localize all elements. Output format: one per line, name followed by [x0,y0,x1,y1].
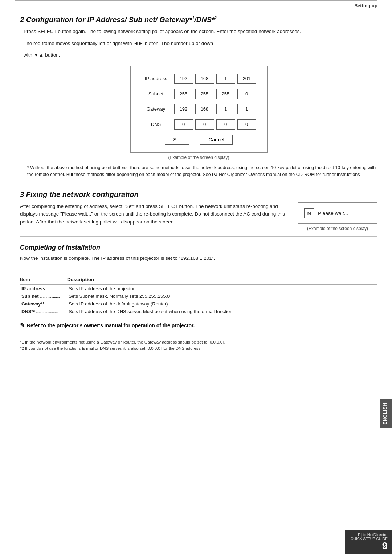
pallet-label-gateway: Gateway [142,106,171,112]
table-desc-ip: Sets IP address of the projector [67,285,377,293]
table-desc-subnet: Sets Subnet mask. Normally sets 255.255.… [67,292,377,300]
footnote-2: *2 If you do not use the functions E-mai… [20,345,377,352]
info-table-container: Item Description IP address ............… [20,273,377,315]
completing-heading: Completing of installation [20,244,377,251]
ud-arrows: ▼▲ [34,51,44,59]
table-item-ip: IP address ............ [20,285,67,293]
divider1 [20,185,377,185]
section3-container: After completing the entering of address… [20,202,377,231]
info-table: Item Description IP address ............… [20,276,377,315]
table-desc-dns: Sets IP address of the DNS server. Must … [67,308,377,315]
main-content: 2 Configuration for IP Address/ Sub net/… [0,12,392,352]
subnet-field-4: 0 [237,89,256,99]
section2-para2: The red frame moves sequentially left or… [24,39,377,48]
dns-field-3: 0 [216,119,235,130]
pw-caption: (Example of the screen display) [298,226,377,231]
pencil-icon: ✎ [20,322,25,329]
dns-field-1: 0 [174,119,193,130]
bottom-footnotes: *1 In the network environments not using… [20,336,377,352]
completing-body: Now the installation is complete. The IP… [20,254,377,262]
pallet-label-dns: DNS [142,122,171,127]
dns-field-2: 0 [195,119,214,130]
gateway-field-4: 1 [237,104,256,114]
section2-footnote: * Without the above method of using poin… [27,164,377,178]
table-row: Gateway*¹ ............ Sets IP address o… [20,300,377,308]
section2-heading: 2 Configuration for IP Address/ Sub net/… [20,16,377,24]
footnote-1: *1 In the network environments not using… [20,339,377,345]
pallet-label-subnet: Subnet [142,91,171,97]
ip-field-1: 192 [174,74,193,84]
refer-note: ✎ Refer to the projector's owner's manua… [20,322,377,329]
pallet-fields-dns: 0 0 0 0 [174,119,256,130]
pallet-fields-gateway: 192 168 1 1 [174,104,256,114]
section2-para3: with ▼▲ button. [24,51,377,59]
pw-text: Please wait... [318,210,348,216]
table-item-gateway: Gateway*¹ ............ [20,300,67,308]
pallet-caption: (Example of the screen display) [20,155,377,160]
side-tab-english: ENGLISH [380,399,392,428]
dns-field-4: 0 [237,119,256,130]
set-button[interactable]: Set [165,135,189,145]
ip-field-4: 201 [237,74,256,84]
table-item-subnet: Sub net ..................... [20,292,67,300]
pallet-buttons: Set Cancel [142,135,256,145]
divider2 [20,236,377,237]
pw-icon: N [304,208,314,218]
pallet-fields-subnet: 255 255 255 0 [174,89,256,99]
network-pallet-box: IP address 192 168 1 201 Subnet 255 255 … [130,66,268,153]
section3-heading: 3 Fixing the network configuration [20,190,377,199]
table-item-dns: DNS*² ........................ [20,308,67,315]
subnet-field-2: 255 [195,89,214,99]
gateway-field-1: 192 [174,104,193,114]
ip-field-3: 1 [216,74,235,84]
gateway-field-2: 168 [195,104,214,114]
pallet-row-ip: IP address 192 168 1 201 [142,74,256,84]
table-desc-gateway: Sets IP address of the default gateway (… [67,300,377,308]
pallet-row-gateway: Gateway 192 168 1 1 [142,104,256,114]
please-wait-inner: N Please wait... [298,202,377,224]
table-col-desc: Description [67,276,377,285]
section3-body: After completing the entering of address… [20,202,290,230]
please-wait-box: N Please wait... (Example of the screen … [298,202,377,231]
top-bar: Setting up [15,0,377,8]
page-footer: Pj-to NetDIrector QUICK SETUP GUIDE 9 [345,530,392,554]
page-container: Setting up 2 Configuration for IP Addres… [0,0,392,554]
footer-brand: Pj-to NetDIrector [349,533,388,537]
gateway-field-3: 1 [216,104,235,114]
subnet-field-3: 255 [216,89,235,99]
table-row: Sub net ..................... Sets Subne… [20,292,377,300]
pallet-row-subnet: Subnet 255 255 255 0 [142,89,256,99]
table-row: DNS*² ........................ Sets IP a… [20,308,377,315]
ip-field-2: 168 [195,74,214,84]
subnet-field-1: 255 [174,89,193,99]
table-col-item: Item [20,276,67,285]
cancel-button[interactable]: Cancel [200,135,233,145]
pallet-fields-ip: 192 168 1 201 [174,74,256,84]
pallet-row-dns: DNS 0 0 0 0 [142,119,256,130]
section-label: Setting up [354,3,377,8]
table-row: IP address ............ Sets IP address … [20,285,377,293]
lr-arrows: ◄► [133,39,143,47]
footer-page: 9 [349,541,388,551]
section2-para1: Press SELECT button again. The following… [24,28,377,36]
pallet-label-ip: IP address [142,76,171,81]
